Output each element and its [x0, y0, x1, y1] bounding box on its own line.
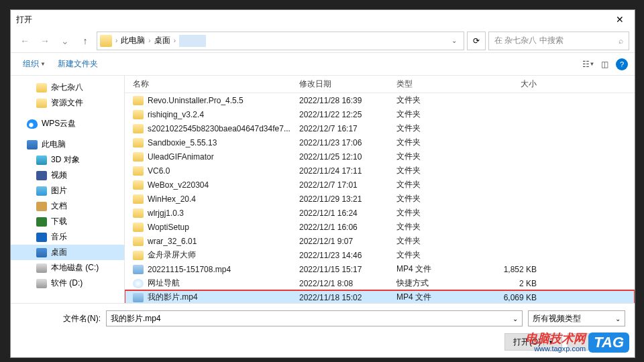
disk-icon	[36, 279, 47, 288]
file-row[interactable]: wlrjgj1.0.32022/12/1 16:24文件夹	[125, 206, 635, 220]
content-area: 杂七杂八资源文件WPS云盘此电脑3D 对象视频图片文档下载音乐桌面本地磁盘 (C…	[11, 76, 635, 303]
file-row[interactable]: 金舟录屏大师2022/11/23 14:46文件夹	[125, 248, 635, 262]
question-icon: ?	[620, 60, 624, 68]
tree-item-7[interactable]: 文档	[11, 198, 124, 214]
file-row[interactable]: 我的影片.mp42022/11/18 15:02MP4 文件6,069 KB	[125, 290, 635, 303]
close-button[interactable]: ✕	[605, 10, 635, 29]
crumb-thispc[interactable]: 此电脑	[121, 35, 145, 46]
file-row[interactable]: WinHex_20.42022/11/29 13:21文件夹	[125, 192, 635, 206]
file-row[interactable]: VC6.02022/11/24 17:11文件夹	[125, 164, 635, 178]
arrow-right-icon: →	[40, 36, 50, 46]
tree-item-5[interactable]: 视频	[11, 168, 124, 183]
file-date: 2022/11/24 17:11	[299, 166, 396, 176]
col-type[interactable]: 类型	[396, 78, 474, 90]
disk-icon	[36, 263, 47, 273]
file-row[interactable]: Sandboxie_5.55.132022/11/23 17:06文件夹	[125, 135, 635, 149]
tree-item-10[interactable]: 桌面	[11, 245, 124, 260]
file-name: wlrjgj1.0.3	[148, 208, 184, 218]
folder-icon	[133, 124, 144, 133]
forward-button[interactable]: →	[36, 32, 54, 50]
file-row[interactable]: UleadGIFAnimator2022/11/25 12:10文件夹	[125, 149, 635, 164]
chevron-down-icon[interactable]: ⌄	[513, 315, 518, 322]
image-icon	[36, 186, 47, 196]
help-button[interactable]: ?	[616, 58, 628, 70]
tree-item-label: 杂七杂八	[51, 82, 83, 93]
download-icon	[36, 217, 47, 227]
toolbar: 组织 ▼ 新建文件夹 ☷▼ ◫ ?	[11, 53, 635, 76]
tree-item-6[interactable]: 图片	[11, 183, 124, 198]
chevron-down-icon: ▼	[590, 61, 595, 67]
file-date: 2022/12/7 17:01	[299, 180, 396, 190]
file-type: 文件夹	[396, 249, 474, 261]
column-headers: 名称 修改日期 类型 大小	[125, 76, 635, 93]
tree-item-3[interactable]: 此电脑	[11, 137, 124, 152]
tree-item-1[interactable]: 资源文件	[11, 95, 124, 111]
tree-item-label: 音乐	[51, 231, 67, 243]
file-row[interactable]: rishiqing_v3.2.42022/11/22 12:25文件夹	[125, 107, 635, 121]
file-type: 快捷方式	[396, 278, 474, 289]
tree-item-0[interactable]: 杂七杂八	[11, 80, 124, 95]
up-button[interactable]: ↑	[76, 32, 94, 50]
doc-icon	[36, 202, 47, 211]
folder-icon	[133, 223, 144, 232]
filename-label: 文件名(N):	[20, 313, 101, 324]
file-row[interactable]: wrar_32_6.012022/12/1 9:07文件夹	[125, 234, 635, 248]
file-date: 2022/12/7 16:17	[299, 124, 396, 133]
tree-item-label: 此电脑	[42, 139, 66, 150]
chevron-down-icon: ▼	[40, 61, 46, 67]
file-list[interactable]: Revo.Uninstaller.Pro_4.5.52022/11/28 16:…	[125, 93, 635, 303]
refresh-button[interactable]: ⟳	[467, 32, 486, 50]
file-date: 2022/11/23 17:06	[299, 138, 396, 147]
mp4-icon	[133, 293, 144, 302]
recent-button[interactable]: ⌄	[56, 32, 74, 50]
window-title: 打开	[16, 14, 605, 25]
file-type: 文件夹	[396, 151, 474, 162]
search-input[interactable]: 在 杂七杂八 中搜索 ⌕	[488, 32, 629, 50]
file-type: 文件夹	[396, 109, 474, 120]
file-date: 2022/12/1 8:08	[299, 279, 396, 288]
tree-item-11[interactable]: 本地磁盘 (C:)	[11, 260, 124, 276]
file-date: 2022/12/1 9:07	[299, 237, 396, 246]
file-row[interactable]: 20221115-151708.mp42022/11/15 15:17MP4 文…	[125, 262, 635, 276]
col-name[interactable]: 名称	[125, 78, 299, 90]
file-row[interactable]: Revo.Uninstaller.Pro_4.5.52022/11/28 16:…	[125, 93, 635, 107]
tree-item-2[interactable]: WPS云盘	[11, 116, 124, 131]
chevron-down-icon: ⌄	[61, 36, 69, 46]
file-name: WinHex_20.4	[148, 194, 196, 204]
file-type: 文件夹	[396, 123, 474, 134]
file-type: 文件夹	[396, 193, 474, 204]
file-type-filter[interactable]: 所有视频类型 ⌄	[528, 310, 625, 326]
crumb-desktop[interactable]: 桌面	[154, 35, 170, 46]
file-date: 2022/12/1 16:06	[299, 223, 396, 232]
file-type: MP4 文件	[396, 263, 474, 275]
address-dropdown[interactable]: ⌄	[447, 37, 461, 44]
tree-item-4[interactable]: 3D 对象	[11, 152, 124, 168]
file-row[interactable]: WoptiSetup2022/12/1 16:06文件夹	[125, 220, 635, 234]
folder-icon	[133, 180, 144, 190]
tree-item-label: 文档	[51, 200, 67, 212]
view-menu[interactable]: ☷▼	[581, 57, 596, 72]
preview-toggle[interactable]: ◫	[597, 57, 612, 72]
new-folder-button[interactable]: 新建文件夹	[52, 56, 103, 72]
file-row[interactable]: WeBox_v2203042022/12/7 17:01文件夹	[125, 178, 635, 192]
crumb-current[interactable]	[179, 35, 206, 47]
col-size[interactable]: 大小	[474, 78, 547, 90]
folder-icon	[133, 152, 144, 162]
organize-menu[interactable]: 组织 ▼	[17, 56, 51, 72]
tree-item-9[interactable]: 音乐	[11, 229, 124, 245]
col-date[interactable]: 修改日期	[299, 78, 396, 90]
tree-item-12[interactable]: 软件 (D:)	[11, 276, 124, 291]
tree-item-8[interactable]: 下载	[11, 214, 124, 229]
file-name: WoptiSetup	[148, 223, 189, 232]
folder-icon	[133, 251, 144, 260]
address-bar[interactable]: › 此电脑 › 桌面 › ⌄	[97, 32, 464, 50]
search-icon: ⌕	[619, 36, 623, 46]
watermark: 电脑技术网 www.tagxp.com TAG	[525, 333, 629, 353]
tree-item-label: 桌面	[51, 247, 67, 258]
file-row[interactable]: 网址导航2022/12/1 8:08快捷方式2 KB	[125, 276, 635, 290]
filename-input[interactable]: 我的影片.mp4 ⌄	[106, 310, 523, 326]
folder-icon	[36, 83, 47, 93]
back-button[interactable]: ←	[16, 32, 34, 50]
tree-item-label: 图片	[51, 185, 67, 196]
file-row[interactable]: s2021022545b8230baea04647d34fe7...2022/1…	[125, 121, 635, 135]
